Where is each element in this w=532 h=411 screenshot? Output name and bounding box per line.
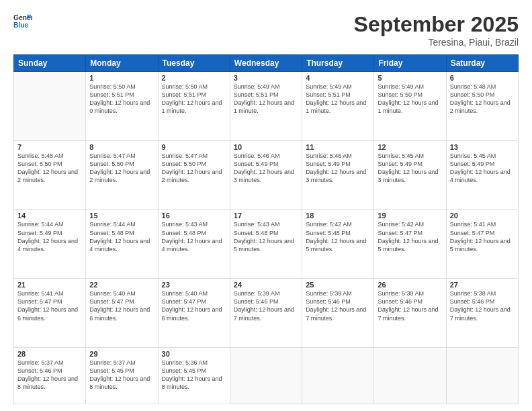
table-row: 4Sunrise: 5:49 AM Sunset: 5:51 PM Daylig… <box>302 72 374 141</box>
cell-day-number: 1 <box>89 74 154 82</box>
cell-day-number: 19 <box>378 212 442 220</box>
table-row: 18Sunrise: 5:42 AM Sunset: 5:48 PM Dayli… <box>302 210 374 279</box>
week-row-5: 28Sunrise: 5:37 AM Sunset: 5:46 PM Dayli… <box>14 347 519 404</box>
col-tuesday: Tuesday <box>158 55 230 72</box>
table-row: 25Sunrise: 5:39 AM Sunset: 5:46 PM Dayli… <box>302 279 374 348</box>
cell-day-number: 23 <box>162 281 226 289</box>
cell-info: Sunrise: 5:45 AM Sunset: 5:49 PM Dayligh… <box>378 152 442 185</box>
cell-info: Sunrise: 5:38 AM Sunset: 5:46 PM Dayligh… <box>450 289 515 322</box>
cell-info: Sunrise: 5:48 AM Sunset: 5:50 PM Dayligh… <box>17 152 82 185</box>
table-row: 7Sunrise: 5:48 AM Sunset: 5:50 PM Daylig… <box>14 140 86 210</box>
cell-info: Sunrise: 5:37 AM Sunset: 5:46 PM Dayligh… <box>17 359 82 392</box>
cell-day-number: 7 <box>17 143 82 151</box>
cell-info: Sunrise: 5:39 AM Sunset: 5:46 PM Dayligh… <box>306 289 370 322</box>
cell-day-number: 30 <box>162 350 226 358</box>
week-row-1: 1Sunrise: 5:50 AM Sunset: 5:51 PM Daylig… <box>14 72 519 141</box>
table-row: 28Sunrise: 5:37 AM Sunset: 5:46 PM Dayli… <box>14 347 86 404</box>
table-row <box>446 347 518 404</box>
cell-info: Sunrise: 5:49 AM Sunset: 5:50 PM Dayligh… <box>378 83 442 116</box>
cell-day-number: 20 <box>450 212 515 220</box>
cell-info: Sunrise: 5:43 AM Sunset: 5:48 PM Dayligh… <box>162 220 226 253</box>
table-row: 11Sunrise: 5:46 AM Sunset: 5:49 PM Dayli… <box>302 140 374 210</box>
table-row: 12Sunrise: 5:45 AM Sunset: 5:49 PM Dayli… <box>374 140 446 210</box>
table-row: 15Sunrise: 5:44 AM Sunset: 5:48 PM Dayli… <box>86 210 158 279</box>
cell-info: Sunrise: 5:48 AM Sunset: 5:50 PM Dayligh… <box>450 83 515 116</box>
calendar-title: September 2025 <box>354 12 519 37</box>
cell-day-number: 24 <box>234 281 298 289</box>
title-block: September 2025 Teresina, Piaui, Brazil <box>354 12 519 48</box>
table-row: 20Sunrise: 5:41 AM Sunset: 5:47 PM Dayli… <box>446 210 518 279</box>
table-row: 16Sunrise: 5:43 AM Sunset: 5:48 PM Dayli… <box>158 210 230 279</box>
cell-day-number: 29 <box>89 350 154 358</box>
cell-day-number: 17 <box>234 212 298 220</box>
header: General Blue September 2025 Teresina, Pi… <box>13 12 519 48</box>
cell-info: Sunrise: 5:44 AM Sunset: 5:49 PM Dayligh… <box>17 220 82 253</box>
table-row: 14Sunrise: 5:44 AM Sunset: 5:49 PM Dayli… <box>14 210 86 279</box>
cell-info: Sunrise: 5:40 AM Sunset: 5:47 PM Dayligh… <box>89 289 154 322</box>
cell-info: Sunrise: 5:37 AM Sunset: 5:45 PM Dayligh… <box>89 359 154 392</box>
col-monday: Monday <box>86 55 158 72</box>
logo: General Blue <box>13 12 32 31</box>
cell-info: Sunrise: 5:49 AM Sunset: 5:51 PM Dayligh… <box>234 83 298 116</box>
table-row: 29Sunrise: 5:37 AM Sunset: 5:45 PM Dayli… <box>86 347 158 404</box>
cell-day-number: 10 <box>234 143 298 151</box>
cell-day-number: 4 <box>306 74 370 82</box>
table-row <box>374 347 446 404</box>
cell-day-number: 25 <box>306 281 370 289</box>
cell-day-number: 6 <box>450 74 515 82</box>
header-row: Sunday Monday Tuesday Wednesday Thursday… <box>14 55 519 72</box>
cell-info: Sunrise: 5:40 AM Sunset: 5:47 PM Dayligh… <box>162 289 226 322</box>
cell-info: Sunrise: 5:49 AM Sunset: 5:51 PM Dayligh… <box>306 83 370 116</box>
table-row: 30Sunrise: 5:36 AM Sunset: 5:45 PM Dayli… <box>158 347 230 404</box>
logo-icon: General Blue <box>13 12 32 31</box>
col-saturday: Saturday <box>446 55 518 72</box>
cell-info: Sunrise: 5:47 AM Sunset: 5:50 PM Dayligh… <box>89 152 154 185</box>
table-row: 8Sunrise: 5:47 AM Sunset: 5:50 PM Daylig… <box>86 140 158 210</box>
cell-day-number: 16 <box>162 212 226 220</box>
table-row: 9Sunrise: 5:47 AM Sunset: 5:50 PM Daylig… <box>158 140 230 210</box>
cell-info: Sunrise: 5:42 AM Sunset: 5:48 PM Dayligh… <box>306 220 370 253</box>
table-row: 2Sunrise: 5:50 AM Sunset: 5:51 PM Daylig… <box>158 72 230 141</box>
cell-info: Sunrise: 5:45 AM Sunset: 5:49 PM Dayligh… <box>450 152 515 185</box>
cell-day-number: 28 <box>17 350 82 358</box>
table-row: 23Sunrise: 5:40 AM Sunset: 5:47 PM Dayli… <box>158 279 230 348</box>
cell-day-number: 15 <box>89 212 154 220</box>
cell-info: Sunrise: 5:41 AM Sunset: 5:47 PM Dayligh… <box>17 289 82 322</box>
table-row: 6Sunrise: 5:48 AM Sunset: 5:50 PM Daylig… <box>446 72 518 141</box>
table-row: 13Sunrise: 5:45 AM Sunset: 5:49 PM Dayli… <box>446 140 518 210</box>
cell-info: Sunrise: 5:39 AM Sunset: 5:46 PM Dayligh… <box>234 289 298 322</box>
cell-day-number: 5 <box>378 74 442 82</box>
table-row: 1Sunrise: 5:50 AM Sunset: 5:51 PM Daylig… <box>86 72 158 141</box>
cell-info: Sunrise: 5:43 AM Sunset: 5:48 PM Dayligh… <box>234 220 298 253</box>
cell-info: Sunrise: 5:50 AM Sunset: 5:51 PM Dayligh… <box>89 83 154 116</box>
calendar-table: Sunday Monday Tuesday Wednesday Thursday… <box>13 54 519 404</box>
col-sunday: Sunday <box>14 55 86 72</box>
col-friday: Friday <box>374 55 446 72</box>
cell-info: Sunrise: 5:46 AM Sunset: 5:49 PM Dayligh… <box>234 152 298 185</box>
cell-info: Sunrise: 5:46 AM Sunset: 5:49 PM Dayligh… <box>306 152 370 185</box>
table-row <box>302 347 374 404</box>
cell-day-number: 13 <box>450 143 515 151</box>
cell-info: Sunrise: 5:36 AM Sunset: 5:45 PM Dayligh… <box>162 359 226 392</box>
calendar-subtitle: Teresina, Piaui, Brazil <box>354 37 519 48</box>
cell-info: Sunrise: 5:41 AM Sunset: 5:47 PM Dayligh… <box>450 220 515 253</box>
week-row-3: 14Sunrise: 5:44 AM Sunset: 5:49 PM Dayli… <box>14 210 519 279</box>
table-row: 21Sunrise: 5:41 AM Sunset: 5:47 PM Dayli… <box>14 279 86 348</box>
svg-text:Blue: Blue <box>13 21 29 29</box>
cell-info: Sunrise: 5:42 AM Sunset: 5:47 PM Dayligh… <box>378 220 442 253</box>
cell-day-number: 2 <box>162 74 226 82</box>
table-row: 22Sunrise: 5:40 AM Sunset: 5:47 PM Dayli… <box>86 279 158 348</box>
cell-day-number: 12 <box>378 143 442 151</box>
table-row <box>230 347 302 404</box>
page: General Blue September 2025 Teresina, Pi… <box>0 0 532 411</box>
cell-day-number: 18 <box>306 212 370 220</box>
cell-day-number: 8 <box>89 143 154 151</box>
table-row: 10Sunrise: 5:46 AM Sunset: 5:49 PM Dayli… <box>230 140 302 210</box>
cell-day-number: 11 <box>306 143 370 151</box>
cell-info: Sunrise: 5:47 AM Sunset: 5:50 PM Dayligh… <box>162 152 226 185</box>
table-row: 27Sunrise: 5:38 AM Sunset: 5:46 PM Dayli… <box>446 279 518 348</box>
week-row-2: 7Sunrise: 5:48 AM Sunset: 5:50 PM Daylig… <box>14 140 519 210</box>
table-row: 3Sunrise: 5:49 AM Sunset: 5:51 PM Daylig… <box>230 72 302 141</box>
table-row: 5Sunrise: 5:49 AM Sunset: 5:50 PM Daylig… <box>374 72 446 141</box>
cell-info: Sunrise: 5:38 AM Sunset: 5:46 PM Dayligh… <box>378 289 442 322</box>
